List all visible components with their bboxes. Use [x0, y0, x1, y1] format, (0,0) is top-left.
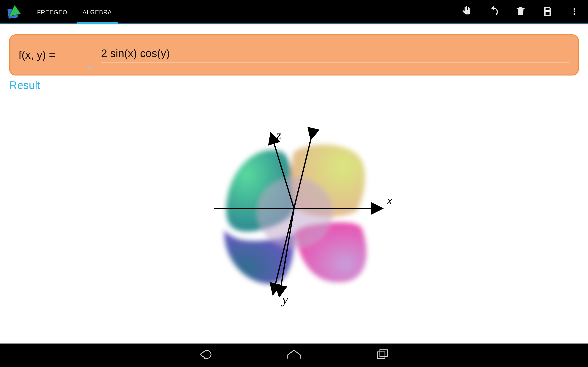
tab-algebra[interactable]: ALGEBRA	[75, 1, 120, 24]
function-expression-text: 2 sin(x) cos(y)	[101, 47, 170, 60]
save-button[interactable]	[534, 1, 561, 24]
nav-back-button[interactable]	[193, 347, 218, 364]
hand-icon	[460, 5, 473, 19]
overflow-button[interactable]	[561, 1, 588, 24]
spacer	[120, 1, 453, 24]
axis-label-y: y	[281, 292, 288, 307]
svg-rect-11	[380, 350, 388, 357]
undo-icon	[487, 5, 500, 19]
overflow-icon	[569, 6, 579, 19]
android-nav-bar	[0, 344, 588, 367]
svg-rect-3	[574, 10, 575, 12]
save-icon	[542, 6, 553, 19]
result-heading: Result	[9, 79, 579, 93]
surface-patches	[225, 144, 367, 284]
tab-bar: FREEGEO ALGEBRA	[29, 1, 120, 24]
app-window: FREEGEO ALGEBRA	[0, 0, 588, 367]
nav-home-button[interactable]	[281, 347, 307, 364]
home-icon	[285, 349, 302, 362]
axis-label-z: z	[276, 128, 281, 142]
svg-rect-4	[574, 13, 575, 15]
formula-input-card: f(x, y) = 2 sin(x) cos(y)	[9, 34, 579, 75]
back-icon	[199, 349, 213, 362]
action-bar: FREEGEO ALGEBRA	[0, 0, 588, 24]
content-area: f(x, y) = 2 sin(x) cos(y) Result	[0, 25, 588, 343]
surface-plot[interactable]: x z y	[9, 93, 579, 328]
recent-icon	[376, 349, 389, 362]
tab-freegeo[interactable]: FREEGEO	[29, 1, 75, 24]
svg-rect-2	[574, 8, 575, 10]
function-lhs-label: f(x, y) =	[19, 48, 55, 61]
undo-button[interactable]	[480, 1, 507, 24]
result-heading-label: Result	[9, 79, 40, 92]
axis-label-x: x	[386, 193, 392, 207]
function-lhs-selector[interactable]: f(x, y) =	[19, 48, 90, 61]
app-logo-icon	[0, 1, 29, 24]
function-expression-input[interactable]: 2 sin(x) cos(y)	[101, 47, 569, 63]
nav-recent-button[interactable]	[370, 347, 395, 364]
dropdown-caret-icon	[86, 63, 92, 69]
svg-rect-10	[377, 352, 385, 359]
tab-label: ALGEBRA	[82, 9, 112, 15]
surface-plot-svg: x z y	[184, 114, 404, 307]
svg-point-5	[257, 177, 333, 248]
delete-button[interactable]	[507, 1, 534, 24]
pan-button[interactable]	[453, 1, 480, 24]
tab-label: FREEGEO	[37, 9, 67, 15]
trash-icon	[515, 6, 527, 19]
